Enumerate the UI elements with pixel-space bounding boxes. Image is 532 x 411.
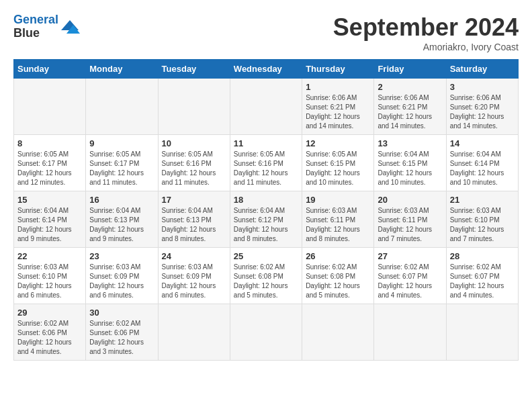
day-info: Sunrise: 6:02 AMSunset: 6:08 PMDaylight:… <box>234 263 298 300</box>
day-info: Sunrise: 6:03 AMSunset: 6:10 PMDaylight:… <box>450 206 515 244</box>
calendar-cell: 18Sunrise: 6:04 AMSunset: 6:12 PMDayligh… <box>230 191 302 248</box>
day-number: 13 <box>378 138 442 148</box>
calendar-cell: 11Sunrise: 6:05 AMSunset: 6:16 PMDayligh… <box>230 135 302 191</box>
day-info: Sunrise: 6:04 AMSunset: 6:13 PMDaylight:… <box>162 206 226 244</box>
calendar-cell <box>446 304 518 361</box>
calendar-cell: 8Sunrise: 6:05 AMSunset: 6:17 PMDaylight… <box>14 135 86 191</box>
weekday-header: Saturday <box>446 60 518 79</box>
day-number: 2 <box>378 82 442 92</box>
day-info: Sunrise: 6:05 AMSunset: 6:17 PMDaylight:… <box>89 150 154 187</box>
day-number: 3 <box>450 82 515 92</box>
calendar-cell <box>230 304 302 361</box>
logo-icon <box>60 17 80 37</box>
day-info: Sunrise: 6:06 AMSunset: 6:20 PMDaylight:… <box>450 93 515 131</box>
day-number: 28 <box>450 251 515 261</box>
calendar-cell: 27Sunrise: 6:02 AMSunset: 6:07 PMDayligh… <box>374 248 446 304</box>
calendar-cell: 13Sunrise: 6:04 AMSunset: 6:15 PMDayligh… <box>374 135 446 191</box>
calendar-cell: 3Sunrise: 6:06 AMSunset: 6:20 PMDaylight… <box>446 79 518 135</box>
day-info: Sunrise: 6:02 AMSunset: 6:06 PMDaylight:… <box>17 319 82 357</box>
calendar-cell <box>158 304 230 361</box>
day-number: 22 <box>17 251 82 261</box>
day-info: Sunrise: 6:03 AMSunset: 6:10 PMDaylight:… <box>17 263 82 300</box>
calendar-cell: 26Sunrise: 6:02 AMSunset: 6:08 PMDayligh… <box>302 248 374 304</box>
day-number: 11 <box>234 138 298 148</box>
logo-text: GeneralBlue <box>13 13 58 40</box>
title-block: September 2024 Amoriakro, Ivory Coast <box>333 13 519 52</box>
calendar-cell: 15Sunrise: 6:04 AMSunset: 6:14 PMDayligh… <box>14 191 86 248</box>
day-number: 16 <box>89 195 154 205</box>
day-number: 14 <box>450 138 515 148</box>
weekday-header: Thursday <box>302 60 374 79</box>
day-info: Sunrise: 6:05 AMSunset: 6:16 PMDaylight:… <box>234 150 298 187</box>
day-info: Sunrise: 6:02 AMSunset: 6:06 PMDaylight:… <box>89 319 154 357</box>
day-number: 17 <box>162 195 226 205</box>
calendar-cell: 28Sunrise: 6:02 AMSunset: 6:07 PMDayligh… <box>446 248 518 304</box>
calendar-cell: 10Sunrise: 6:05 AMSunset: 6:16 PMDayligh… <box>158 135 230 191</box>
day-info: Sunrise: 6:04 AMSunset: 6:12 PMDaylight:… <box>234 206 298 244</box>
day-number: 29 <box>17 308 82 318</box>
calendar-cell: 17Sunrise: 6:04 AMSunset: 6:13 PMDayligh… <box>158 191 230 248</box>
weekday-header: Wednesday <box>230 60 302 79</box>
day-number: 25 <box>234 251 298 261</box>
calendar-week-row: 1Sunrise: 6:06 AMSunset: 6:21 PMDaylight… <box>14 79 519 135</box>
day-number: 10 <box>162 138 226 148</box>
logo: GeneralBlue <box>13 13 80 40</box>
calendar-cell <box>302 304 374 361</box>
weekday-header: Friday <box>374 60 446 79</box>
day-number: 27 <box>378 251 442 261</box>
day-number: 8 <box>17 138 82 148</box>
calendar-cell <box>14 79 86 135</box>
day-number: 1 <box>306 82 370 92</box>
calendar-cell: 2Sunrise: 6:06 AMSunset: 6:21 PMDaylight… <box>374 79 446 135</box>
calendar-cell: 21Sunrise: 6:03 AMSunset: 6:10 PMDayligh… <box>446 191 518 248</box>
calendar-week-row: 29Sunrise: 6:02 AMSunset: 6:06 PMDayligh… <box>14 304 519 361</box>
day-info: Sunrise: 6:02 AMSunset: 6:08 PMDaylight:… <box>306 263 370 300</box>
day-number: 20 <box>378 195 442 205</box>
weekday-header: Sunday <box>14 60 86 79</box>
day-number: 24 <box>162 251 226 261</box>
day-info: Sunrise: 6:02 AMSunset: 6:07 PMDaylight:… <box>378 263 442 300</box>
day-info: Sunrise: 6:04 AMSunset: 6:13 PMDaylight:… <box>89 206 154 244</box>
calendar-cell: 14Sunrise: 6:04 AMSunset: 6:14 PMDayligh… <box>446 135 518 191</box>
day-info: Sunrise: 6:04 AMSunset: 6:15 PMDaylight:… <box>378 150 442 187</box>
day-info: Sunrise: 6:05 AMSunset: 6:16 PMDaylight:… <box>162 150 226 187</box>
calendar-cell: 12Sunrise: 6:05 AMSunset: 6:15 PMDayligh… <box>302 135 374 191</box>
day-number: 23 <box>89 251 154 261</box>
calendar-cell: 29Sunrise: 6:02 AMSunset: 6:06 PMDayligh… <box>14 304 86 361</box>
calendar-cell: 1Sunrise: 6:06 AMSunset: 6:21 PMDaylight… <box>302 79 374 135</box>
calendar-cell: 25Sunrise: 6:02 AMSunset: 6:08 PMDayligh… <box>230 248 302 304</box>
day-info: Sunrise: 6:06 AMSunset: 6:21 PMDaylight:… <box>378 93 442 131</box>
day-info: Sunrise: 6:05 AMSunset: 6:17 PMDaylight:… <box>17 150 82 187</box>
calendar-cell: 30Sunrise: 6:02 AMSunset: 6:06 PMDayligh… <box>86 304 158 361</box>
day-number: 19 <box>306 195 370 205</box>
calendar-cell: 23Sunrise: 6:03 AMSunset: 6:09 PMDayligh… <box>86 248 158 304</box>
calendar-week-row: 22Sunrise: 6:03 AMSunset: 6:10 PMDayligh… <box>14 248 519 304</box>
calendar-cell <box>230 79 302 135</box>
day-info: Sunrise: 6:03 AMSunset: 6:09 PMDaylight:… <box>162 263 226 300</box>
calendar-week-row: 8Sunrise: 6:05 AMSunset: 6:17 PMDaylight… <box>14 135 519 191</box>
calendar-cell: 19Sunrise: 6:03 AMSunset: 6:11 PMDayligh… <box>302 191 374 248</box>
calendar-cell <box>374 304 446 361</box>
day-number: 15 <box>17 195 82 205</box>
calendar-week-row: 15Sunrise: 6:04 AMSunset: 6:14 PMDayligh… <box>14 191 519 248</box>
calendar-cell: 20Sunrise: 6:03 AMSunset: 6:11 PMDayligh… <box>374 191 446 248</box>
day-info: Sunrise: 6:02 AMSunset: 6:07 PMDaylight:… <box>450 263 515 300</box>
day-info: Sunrise: 6:04 AMSunset: 6:14 PMDaylight:… <box>450 150 515 187</box>
day-info: Sunrise: 6:03 AMSunset: 6:09 PMDaylight:… <box>89 263 154 300</box>
day-info: Sunrise: 6:03 AMSunset: 6:11 PMDaylight:… <box>306 206 370 244</box>
day-number: 21 <box>450 195 515 205</box>
day-number: 12 <box>306 138 370 148</box>
weekday-header: Tuesday <box>158 60 230 79</box>
day-info: Sunrise: 6:03 AMSunset: 6:11 PMDaylight:… <box>378 206 442 244</box>
month-title: September 2024 <box>333 13 519 42</box>
calendar-cell: 24Sunrise: 6:03 AMSunset: 6:09 PMDayligh… <box>158 248 230 304</box>
weekday-header: Monday <box>86 60 158 79</box>
calendar-cell: 16Sunrise: 6:04 AMSunset: 6:13 PMDayligh… <box>86 191 158 248</box>
day-info: Sunrise: 6:06 AMSunset: 6:21 PMDaylight:… <box>306 93 370 131</box>
day-number: 26 <box>306 251 370 261</box>
day-number: 30 <box>89 308 154 318</box>
day-info: Sunrise: 6:04 AMSunset: 6:14 PMDaylight:… <box>17 206 82 244</box>
weekday-header-row: SundayMondayTuesdayWednesdayThursdayFrid… <box>14 60 519 79</box>
day-number: 9 <box>89 138 154 148</box>
calendar-cell: 22Sunrise: 6:03 AMSunset: 6:10 PMDayligh… <box>14 248 86 304</box>
